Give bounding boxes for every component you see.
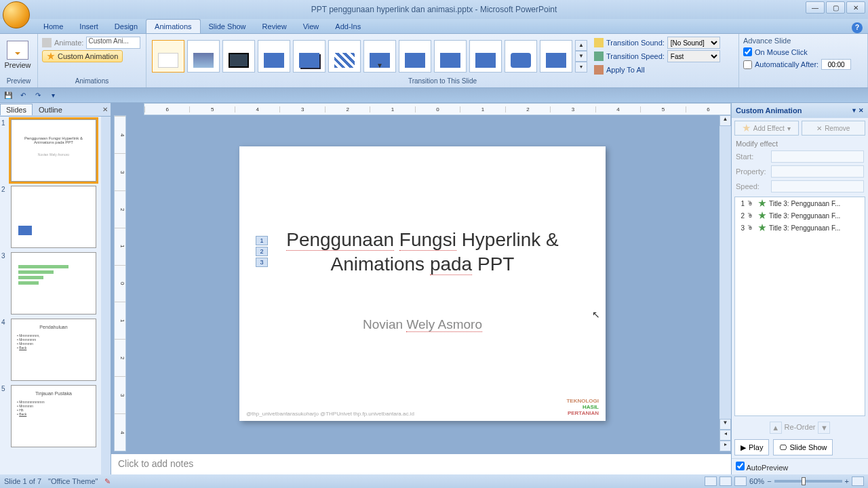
play-button[interactable]: ▶ Play bbox=[734, 439, 769, 455]
minimize-button[interactable]: — bbox=[806, 1, 825, 14]
animate-select[interactable]: Custom Ani... bbox=[86, 37, 140, 49]
eff-label: Title 3: Penggunaan F... bbox=[769, 212, 840, 220]
transition-item[interactable] bbox=[540, 40, 572, 73]
tab-design[interactable]: Design bbox=[106, 20, 146, 33]
effect-item[interactable]: 3🖱Title 3: Penggunaan F... bbox=[735, 222, 865, 234]
autopreview-checkbox[interactable]: AutoPreview bbox=[736, 464, 788, 472]
tab-insert[interactable]: Insert bbox=[71, 20, 106, 33]
footer-logo3: PERTANIAN bbox=[568, 410, 599, 416]
transition-item[interactable] bbox=[222, 40, 255, 73]
auto-after-value[interactable] bbox=[821, 59, 851, 70]
close-button[interactable]: ✕ bbox=[846, 1, 865, 14]
transition-item[interactable] bbox=[328, 40, 361, 73]
vertical-scrollbar[interactable]: ▲▼◂▸ bbox=[719, 115, 731, 451]
slide-thumbnail-5[interactable]: Tinjauan Pustaka • Mmmmmmmmm• Mmmmm• Hh•… bbox=[11, 385, 96, 447]
office-button[interactable] bbox=[3, 1, 30, 28]
group-animations: Animations bbox=[42, 77, 142, 86]
tab-animations[interactable]: Animations bbox=[146, 19, 200, 33]
tab-slideshow[interactable]: Slide Show bbox=[201, 20, 254, 33]
transition-item[interactable] bbox=[293, 40, 326, 73]
normal-view-button[interactable] bbox=[705, 476, 717, 486]
add-effect-button[interactable]: Add Effect ▾ bbox=[734, 121, 799, 136]
thumb-sub: Novian Wely Asmoro bbox=[17, 152, 90, 157]
editor-area: 6543210123456 432101234 1 2 3 Penggunaan… bbox=[111, 103, 731, 474]
transition-item[interactable] bbox=[505, 40, 537, 73]
property-select[interactable] bbox=[771, 165, 864, 178]
slide-subtitle[interactable]: Novian Wely Asmoro bbox=[260, 317, 585, 332]
remove-label: Remove bbox=[825, 125, 850, 132]
help-icon[interactable]: ? bbox=[852, 22, 863, 33]
slide-thumbnail-3[interactable] bbox=[11, 252, 96, 314]
start-select[interactable] bbox=[771, 150, 864, 163]
preview-button[interactable]: Preview bbox=[4, 37, 31, 73]
tab-home[interactable]: Home bbox=[35, 20, 71, 33]
transition-item[interactable]: ▼ bbox=[363, 40, 396, 73]
outline-tab[interactable]: Outline bbox=[33, 104, 68, 115]
pane-close-icon[interactable]: ✕ bbox=[859, 107, 864, 114]
vertical-ruler[interactable]: 432101234 bbox=[114, 115, 126, 451]
effect-item[interactable]: 2🖱Title 3: Penggunaan F... bbox=[735, 209, 865, 222]
pane-dropdown-icon[interactable]: ▼ bbox=[851, 107, 857, 114]
zoom-slider[interactable] bbox=[774, 480, 842, 483]
on-mouse-click-checkbox[interactable]: On Mouse Click bbox=[743, 47, 863, 56]
reorder-down-button[interactable]: ▼ bbox=[818, 422, 830, 434]
remove-effect-button[interactable]: ✕ Remove bbox=[802, 121, 866, 136]
slideshow-button[interactable]: 🖵 Slide Show bbox=[773, 439, 833, 455]
maximize-button[interactable]: ▢ bbox=[826, 1, 845, 14]
zoom-value: 60% bbox=[749, 477, 764, 485]
eff-label: Title 3: Penggunaan F... bbox=[769, 224, 840, 232]
anim-tag-3[interactable]: 3 bbox=[256, 258, 268, 267]
notes-pane[interactable]: Click to add notes bbox=[111, 451, 731, 474]
custom-animation-button[interactable]: Custom Animation bbox=[42, 50, 123, 62]
effect-item[interactable]: 1🖱Title 3: Penggunaan F... bbox=[735, 197, 865, 209]
transition-item[interactable] bbox=[399, 40, 431, 73]
thumb4-title: Pendahuluan bbox=[17, 325, 90, 329]
apply-to-all-button[interactable]: Apply To All bbox=[594, 64, 720, 76]
modify-effect-label: Modify effect bbox=[732, 138, 868, 149]
advance-slide-header: Advance Slide bbox=[743, 37, 863, 45]
tab-view[interactable]: View bbox=[295, 20, 328, 33]
auto-after-checkbox[interactable]: Automatically After: bbox=[743, 59, 863, 70]
slide-title[interactable]: Penggunaan Fungsi Hyperlink & Animations… bbox=[260, 228, 585, 277]
zoom-out-button[interactable]: − bbox=[767, 477, 771, 485]
transition-item[interactable] bbox=[469, 40, 502, 73]
speed-select[interactable] bbox=[771, 180, 864, 192]
slideshow-view-button[interactable] bbox=[734, 476, 747, 486]
redo-icon[interactable]: ↷ bbox=[33, 90, 43, 101]
transition-item[interactable] bbox=[258, 40, 290, 73]
panel-close-icon[interactable]: ✕ bbox=[100, 106, 111, 113]
slide-thumbnail-4[interactable]: Pendahuluan • Mmmmmmm,• Mmmmmm• Mmmmm• B… bbox=[11, 319, 96, 381]
footer-logo1: TEKNOLOGI bbox=[566, 398, 599, 404]
zoom-in-button[interactable]: + bbox=[845, 477, 849, 485]
transition-speed-select[interactable]: Fast bbox=[667, 50, 720, 62]
slide-canvas[interactable]: 1 2 3 Penggunaan Fungsi Hyperlink & Anim… bbox=[239, 146, 606, 421]
transition-item[interactable] bbox=[434, 40, 467, 73]
gallery-down[interactable]: ▼ bbox=[575, 51, 587, 62]
tab-review[interactable]: Review bbox=[254, 20, 295, 33]
save-icon[interactable]: 💾 bbox=[3, 90, 14, 101]
gallery-up[interactable]: ▲ bbox=[575, 40, 587, 51]
horizontal-ruler[interactable]: 6543210123456 bbox=[144, 103, 731, 115]
qat-dropdown-icon[interactable]: ▾ bbox=[47, 90, 58, 101]
fit-window-button[interactable] bbox=[852, 476, 864, 486]
sorter-view-button[interactable] bbox=[719, 476, 732, 486]
tab-addins[interactable]: Add-Ins bbox=[327, 20, 369, 33]
custom-animation-pane: Custom Animation ▼✕ Add Effect ▾ ✕ Remov… bbox=[731, 103, 868, 474]
slide-thumbnail-2[interactable] bbox=[11, 186, 96, 248]
slide-thumbnail-1[interactable]: Penggunaan Fungsi Hyperlink & Animations… bbox=[11, 119, 96, 182]
autopreview-label: AutoPreview bbox=[746, 464, 788, 472]
transition-sound-select[interactable]: [No Sound] bbox=[667, 37, 720, 49]
transition-speed-label: Transition Speed: bbox=[606, 52, 665, 60]
group-preview: Preview bbox=[4, 77, 33, 86]
transition-none[interactable] bbox=[152, 40, 184, 73]
transition-item[interactable] bbox=[187, 40, 220, 73]
slides-tab[interactable]: Slides bbox=[0, 104, 33, 115]
gallery-more[interactable]: ▾ bbox=[575, 62, 587, 73]
undo-icon[interactable]: ↶ bbox=[18, 90, 28, 101]
spellcheck-icon[interactable]: ✎ bbox=[104, 477, 111, 486]
anim-tag-1[interactable]: 1 bbox=[256, 236, 268, 245]
slide-indicator: Slide 1 of 7 bbox=[4, 477, 41, 485]
thumbnail-scrollbar[interactable] bbox=[101, 117, 111, 474]
reorder-up-button[interactable]: ▲ bbox=[770, 422, 782, 434]
anim-tag-2[interactable]: 2 bbox=[256, 247, 268, 256]
